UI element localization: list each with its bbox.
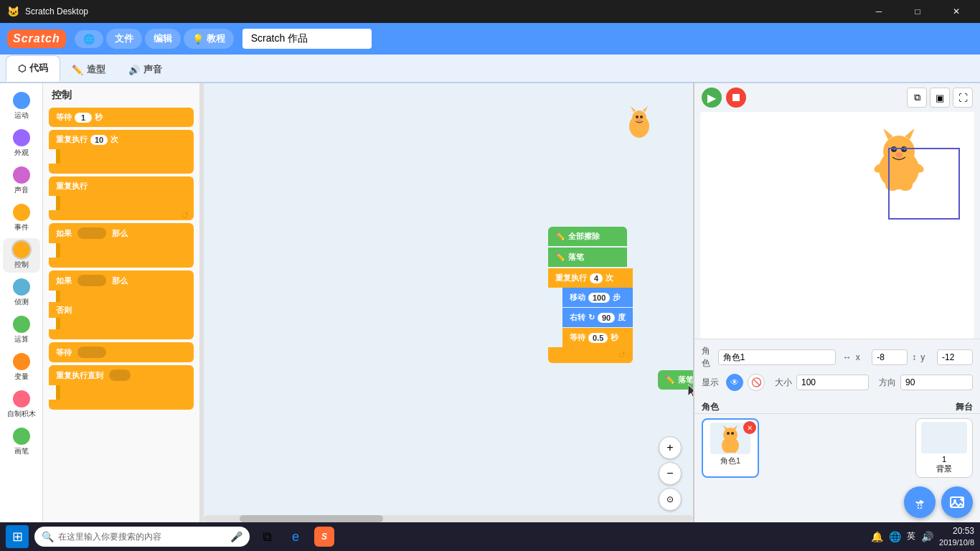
stage-normal-view-button[interactable]: ▣ bbox=[930, 88, 950, 108]
category-sensing[interactable]: 侦测 bbox=[3, 276, 40, 310]
svg-point-25 bbox=[722, 437, 739, 453]
svg-marker-22 bbox=[732, 425, 738, 430]
code-block-repeat4[interactable]: 重复执行 4 次 移动 100 步 右转 ↻ 90 bbox=[548, 268, 633, 363]
file-menu[interactable]: 文件 bbox=[106, 29, 142, 49]
svg-point-27 bbox=[917, 499, 920, 502]
sensing-dot bbox=[13, 278, 30, 296]
x-input[interactable] bbox=[872, 349, 908, 365]
myblocks-label: 自制积木 bbox=[7, 409, 36, 419]
add-sprite-button[interactable] bbox=[904, 486, 936, 518]
stage-thumbnail[interactable]: 1 背景 bbox=[915, 418, 973, 478]
category-operator[interactable]: 运算 bbox=[3, 313, 40, 347]
tutorials-button[interactable]: 💡 教程 bbox=[184, 29, 234, 49]
sprite-name-input[interactable] bbox=[718, 349, 836, 365]
code-editor[interactable]: ✏️ 全部擦除 ✏️ 落笔 重复执行 4 次 bbox=[204, 83, 693, 522]
scratch-logo: Scratch bbox=[7, 29, 66, 48]
block-forever[interactable]: 重复执行 ↺ bbox=[49, 176, 194, 220]
show-label: 显示 bbox=[702, 377, 722, 389]
code-block-erase[interactable]: ✏️ 全部擦除 bbox=[548, 227, 633, 246]
category-sound[interactable]: 声音 bbox=[3, 164, 40, 198]
taskbar-taskview[interactable]: ⧉ bbox=[255, 525, 278, 548]
language-button[interactable]: 🌐 bbox=[75, 30, 103, 48]
taskbar-search[interactable]: 🔍 在这里输入你要搜索的内容 🎤 bbox=[34, 527, 250, 547]
main-area: 运动 外观 声音 事件 控制 侦测 运算 变量 bbox=[0, 83, 980, 522]
horizontal-scrollbar[interactable] bbox=[204, 515, 693, 522]
code-block-pendown2[interactable]: ✏️ 落笔 bbox=[658, 370, 693, 390]
block-wait[interactable]: 等待 1 秒 bbox=[49, 108, 194, 127]
code-block-pendown[interactable]: ✏️ 落笔 bbox=[548, 248, 633, 267]
category-variable[interactable]: 变量 bbox=[3, 350, 40, 385]
motion-dot bbox=[13, 92, 30, 109]
minimize-button[interactable]: ─ bbox=[862, 0, 895, 23]
zoom-reset-button[interactable]: ⊙ bbox=[659, 488, 682, 511]
stage-small-view-button[interactable]: ⧉ bbox=[907, 88, 927, 108]
green-flag-button[interactable]: ▶ bbox=[702, 88, 722, 108]
sound-tab-icon: 🔊 bbox=[128, 65, 140, 75]
maximize-button[interactable]: □ bbox=[901, 0, 934, 23]
motion-label: 运动 bbox=[14, 110, 29, 121]
clock-time: 20:53 bbox=[939, 526, 974, 537]
sprite-item-1[interactable]: ✕ 角色1 bbox=[702, 418, 759, 478]
sprite-properties: 角色 ↔ x ↕ y 显示 👁 🚫 大小 方向 bbox=[694, 339, 980, 401]
project-name-input[interactable] bbox=[242, 29, 372, 49]
block-if-else[interactable]: 如果 那么 否则 bbox=[49, 270, 194, 339]
mic-icon: 🎤 bbox=[230, 531, 242, 542]
block-wait-until[interactable]: 等待 bbox=[49, 342, 194, 362]
block-repeat-until[interactable]: 重复执行直到 bbox=[49, 365, 194, 410]
dir-input[interactable] bbox=[900, 375, 973, 390]
start-button[interactable]: ⊞ bbox=[6, 525, 29, 548]
add-buttons-area bbox=[694, 482, 980, 522]
category-myblocks[interactable]: 自制积木 bbox=[3, 387, 40, 422]
small-cat-decoration bbox=[621, 105, 657, 143]
pen-icon-2: ✏️ bbox=[665, 375, 675, 385]
category-motion[interactable]: 运动 bbox=[3, 89, 40, 123]
hide-button[interactable]: 🚫 bbox=[748, 374, 765, 391]
zoom-in-button[interactable]: + bbox=[659, 436, 682, 459]
svg-marker-3 bbox=[643, 106, 648, 112]
block-if[interactable]: 如果 那么 bbox=[49, 223, 194, 268]
category-pen[interactable]: 画笔 bbox=[3, 425, 40, 459]
stop-button[interactable]: ⏹ bbox=[726, 88, 746, 108]
sensing-label: 侦测 bbox=[14, 297, 29, 307]
category-events[interactable]: 事件 bbox=[3, 201, 40, 235]
taskbar-scratch[interactable]: S bbox=[313, 525, 336, 548]
lang-indicator: 英 bbox=[907, 530, 915, 542]
panel-title: 控制 bbox=[49, 89, 194, 102]
tab-code[interactable]: ⬡ 代码 bbox=[6, 55, 60, 82]
sprite-delete-button[interactable]: ✕ bbox=[743, 421, 756, 434]
network-icon: 🌐 bbox=[889, 531, 901, 542]
tab-sound[interactable]: 🔊 声音 bbox=[117, 57, 174, 82]
edit-menu[interactable]: 编辑 bbox=[145, 29, 181, 49]
category-looks[interactable]: 外观 bbox=[3, 126, 40, 161]
code-block-wait05[interactable]: 等待 0.5 秒 bbox=[562, 328, 633, 347]
taskbar-clock: 20:53 2019/10/8 bbox=[939, 526, 974, 547]
scrollbar-thumb[interactable] bbox=[240, 515, 383, 522]
titlebar-title: Scratch Desktop bbox=[25, 6, 862, 17]
code-block-turn[interactable]: 右转 ↻ 90 度 bbox=[562, 308, 633, 327]
zoom-out-button[interactable]: − bbox=[659, 462, 682, 485]
show-button[interactable]: 👁 bbox=[726, 374, 743, 391]
block-repeat-n[interactable]: 重复执行 10 次 bbox=[49, 130, 194, 174]
sound-cat-label: 声音 bbox=[14, 185, 29, 195]
edit-label: 编辑 bbox=[154, 32, 172, 45]
stage-fullscreen-button[interactable]: ⛶ bbox=[953, 88, 973, 108]
stage-area: ▶ ⏹ ⧉ ▣ ⛶ bbox=[693, 83, 980, 522]
size-label: 大小 bbox=[775, 377, 792, 389]
drawn-square bbox=[888, 148, 960, 220]
add-backdrop-button[interactable] bbox=[941, 486, 973, 518]
globe-icon: 🌐 bbox=[83, 34, 95, 44]
search-icon: 🔍 bbox=[42, 531, 54, 542]
search-placeholder: 在这里输入你要搜索的内容 bbox=[58, 531, 161, 543]
size-input[interactable] bbox=[796, 375, 869, 390]
control-dot bbox=[13, 241, 30, 258]
x-arrow-icon: ↔ bbox=[843, 352, 852, 362]
svg-point-24 bbox=[731, 432, 734, 435]
tab-costume[interactable]: ✏️ 造型 bbox=[60, 57, 117, 82]
dir-label: 方向 bbox=[879, 377, 896, 389]
code-block-move[interactable]: 移动 100 步 bbox=[562, 288, 633, 307]
close-button[interactable]: ✕ bbox=[940, 0, 973, 23]
taskbar-ie[interactable]: e bbox=[284, 525, 307, 548]
category-control[interactable]: 控制 bbox=[3, 238, 40, 273]
operator-label: 运算 bbox=[14, 334, 29, 344]
y-input[interactable] bbox=[937, 349, 973, 365]
